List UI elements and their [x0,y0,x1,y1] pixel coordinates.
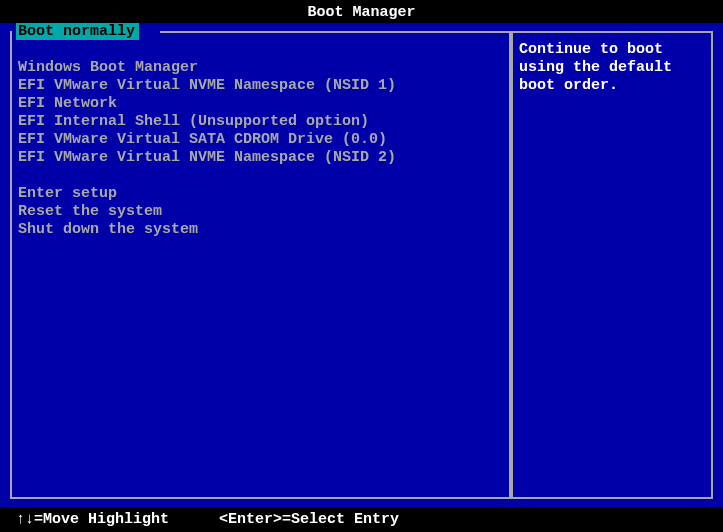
boot-options-list: Windows Boot Manager EFI VMware Virtual … [16,51,505,247]
hint-move: ↑↓=Move Highlight [16,511,169,528]
boot-option[interactable]: EFI VMware Virtual NVME Namespace (NSID … [18,77,503,95]
help-text: Continue to boot using the default boot … [519,41,705,95]
boot-option[interactable]: EFI Network [18,95,503,113]
system-option-shutdown[interactable]: Shut down the system [18,221,503,239]
help-panel: Continue to boot using the default boot … [511,31,713,499]
boot-options-panel: Boot normally Windows Boot Manager EFI V… [10,31,511,499]
title-bar: Boot Manager [0,0,723,23]
selected-entry-highlight[interactable]: Boot normally [16,23,139,40]
hint-select: <Enter>=Select Entry [219,511,399,528]
boot-option[interactable]: EFI Internal Shell (Unsupported option) [18,113,503,131]
system-option-setup[interactable]: Enter setup [18,185,503,203]
boot-option[interactable]: Windows Boot Manager [18,59,503,77]
key-hints-bar: ↑↓=Move Highlight <Enter>=Select Entry [0,507,723,532]
boot-option[interactable]: EFI VMware Virtual SATA CDROM Drive (0.0… [18,131,503,149]
spacer [18,167,503,185]
main-area: Boot normally Windows Boot Manager EFI V… [0,23,723,507]
boot-option[interactable]: EFI VMware Virtual NVME Namespace (NSID … [18,149,503,167]
boot-manager-screen: Boot Manager Boot normally Windows Boot … [0,0,723,532]
system-option-reset[interactable]: Reset the system [18,203,503,221]
